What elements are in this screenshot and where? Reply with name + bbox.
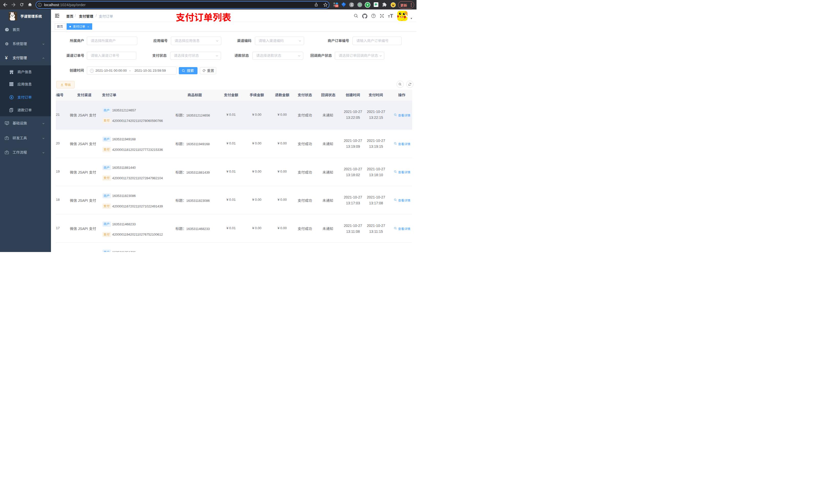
- svg-text:10: 10: [335, 5, 338, 7]
- svg-text:¥: ¥: [11, 96, 12, 99]
